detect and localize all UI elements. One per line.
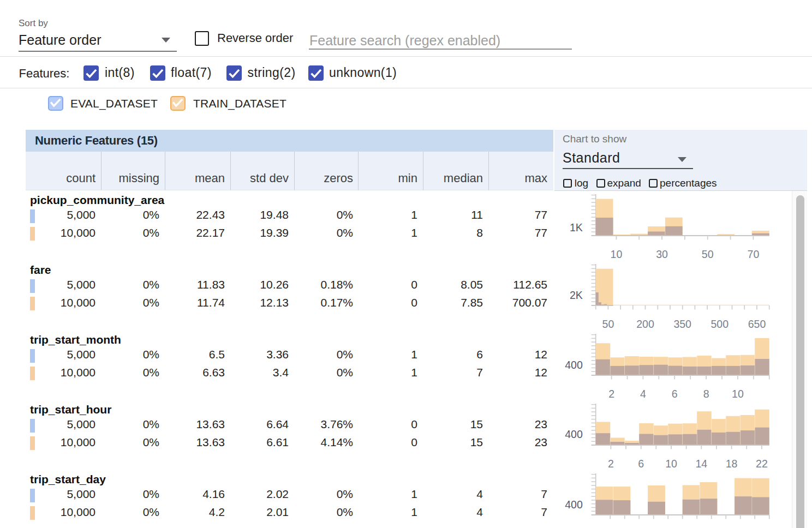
svg-text:50: 50 bbox=[702, 248, 714, 260]
svg-text:30: 30 bbox=[656, 248, 668, 260]
svg-text:50: 50 bbox=[602, 318, 614, 330]
svg-text:400: 400 bbox=[565, 499, 583, 511]
svg-text:200: 200 bbox=[636, 318, 654, 330]
svg-text:2: 2 bbox=[608, 458, 614, 470]
svg-text:18: 18 bbox=[726, 458, 738, 470]
svg-text:350: 350 bbox=[673, 318, 691, 330]
svg-text:14: 14 bbox=[695, 458, 707, 470]
svg-text:70: 70 bbox=[748, 248, 760, 260]
svg-text:22: 22 bbox=[756, 458, 768, 470]
svg-text:2K: 2K bbox=[570, 289, 583, 301]
svg-text:1K: 1K bbox=[570, 221, 583, 233]
svg-text:400: 400 bbox=[565, 359, 583, 371]
svg-text:2: 2 bbox=[608, 388, 614, 400]
svg-text:650: 650 bbox=[748, 318, 766, 330]
svg-text:400: 400 bbox=[565, 428, 583, 440]
svg-text:500: 500 bbox=[711, 318, 729, 330]
svg-text:6: 6 bbox=[638, 458, 644, 470]
svg-text:10: 10 bbox=[611, 248, 623, 260]
svg-text:4: 4 bbox=[640, 388, 646, 400]
svg-text:8: 8 bbox=[703, 388, 709, 400]
svg-text:10: 10 bbox=[665, 458, 677, 470]
svg-text:10: 10 bbox=[732, 388, 744, 400]
svg-text:6: 6 bbox=[672, 388, 678, 400]
